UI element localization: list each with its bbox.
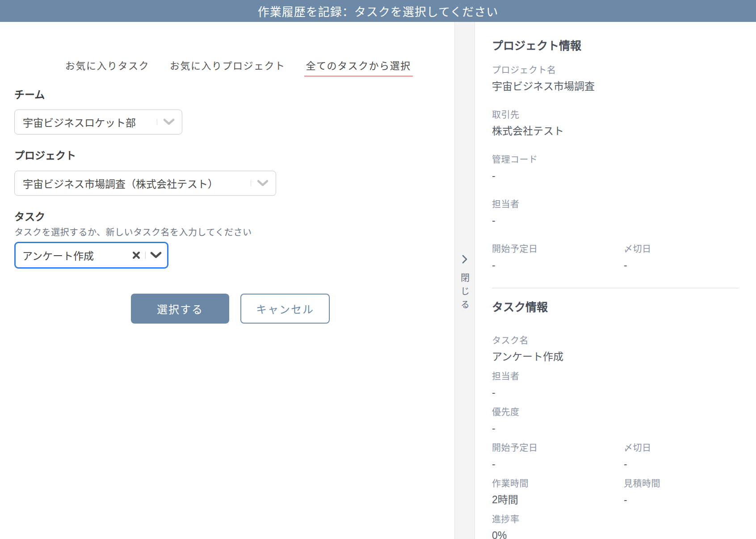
project-info-heading: プロジェクト情報 [492,38,739,53]
field-task-deadline: 〆切日 - [624,442,739,471]
panel-divider [492,288,739,288]
project-select[interactable]: 宇宙ビジネス市場調査（株式会社テスト） [14,171,276,196]
tab-favorite-projects[interactable]: お気に入りプロジェクト [168,58,287,77]
field-value: - [492,258,624,272]
field-estimated-time: 見積時間 - [624,478,739,506]
chevron-down-icon [257,180,269,187]
task-select-form: お気に入りタスク お気に入りプロジェクト 全てのタスクから選択 チーム 宇宙ビジ… [0,22,454,539]
task-helper-text: タスクを選択するか、新しいタスク名を入力してください [14,225,252,238]
task-combobox[interactable] [14,242,168,269]
chevron-down-icon[interactable] [150,252,162,259]
field-label: プロジェクト名 [492,64,739,76]
field-label: 管理コード [492,154,739,165]
field-value: - [492,386,739,399]
chevron-right-icon [462,254,468,264]
collapse-label: 閉じる [458,273,471,313]
field-value: 2時間 [492,493,624,506]
panel-collapse-control[interactable]: 閉じる [455,254,475,313]
tab-bar: お気に入りタスク お気に入りプロジェクト 全てのタスクから選択 [63,58,413,77]
panel-collapse-bar[interactable]: 閉じる [454,22,475,539]
clear-icon[interactable] [132,251,141,260]
field-project-assignee: 担当者 - [492,198,739,227]
field-task-assignee: 担当者 - [492,371,739,399]
tab-all-tasks[interactable]: 全てのタスクから選択 [304,58,413,77]
field-value: - [492,169,739,182]
field-value: - [624,457,739,471]
field-label: 開始予定日 [492,442,624,454]
field-project-name: プロジェクト名 宇宙ビジネス市場調査 [492,64,739,93]
dialog-header: 作業履歴を記録：タスクを選択してください [0,0,756,22]
field-value: アンケート作成 [492,350,739,363]
field-label: 見積時間 [624,478,739,489]
field-value: - [492,457,624,471]
field-label: 作業時間 [492,478,624,489]
field-label: 進捗率 [492,514,739,525]
field-progress: 進捗率 0% [492,514,739,539]
field-label: 担当者 [492,198,739,210]
task-input[interactable] [22,249,132,261]
field-value: - [492,421,739,435]
field-value: - [624,258,739,272]
task-dates-row: 開始予定日 - 〆切日 - [492,442,739,471]
select-divider [251,180,251,186]
task-time-row: 作業時間 2時間 見積時間 - [492,478,739,506]
field-admin-code: 管理コード - [492,154,739,182]
chevron-down-icon [163,118,175,126]
field-value: 0% [492,529,739,539]
field-task-start-date: 開始予定日 - [492,442,624,471]
field-project-start-date: 開始予定日 - [492,243,624,272]
team-select[interactable]: 宇宙ビジネスロケット部 [14,109,182,135]
field-label: 取引先 [492,109,739,121]
field-label: 〆切日 [624,442,739,454]
field-value: - [624,493,739,506]
field-label: 〆切日 [624,243,739,255]
field-task-name: タスク名 アンケート作成 [492,335,739,363]
field-value: 宇宙ビジネス市場調査 [492,80,739,93]
field-label: 開始予定日 [492,243,624,255]
tab-favorite-tasks[interactable]: お気に入りタスク [63,58,151,77]
team-label: チーム [14,86,45,101]
field-task-priority: 優先度 - [492,406,739,435]
project-label: プロジェクト [14,147,76,162]
project-select-value: 宇宙ビジネス市場調査（株式会社テスト） [23,176,248,191]
field-work-time: 作業時間 2時間 [492,478,624,506]
field-value: 株式会社テスト [492,124,739,138]
select-button[interactable]: 選択する [131,294,229,324]
task-select-dialog: 作業履歴を記録：タスクを選択してください お気に入りタスク お気に入りプロジェク… [0,0,756,539]
cancel-button[interactable]: キャンセル [240,294,330,324]
task-info-heading: タスク情報 [492,300,739,314]
task-label: タスク [14,208,45,223]
field-project-deadline: 〆切日 - [624,243,739,272]
project-dates-row: 開始予定日 - 〆切日 - [492,243,739,272]
dialog-title: 作業履歴を記録：タスクを選択してください [258,3,498,19]
combobox-divider [145,252,146,259]
select-divider [157,119,157,125]
info-panel: プロジェクト情報 プロジェクト名 宇宙ビジネス市場調査 取引先 株式会社テスト … [475,22,756,539]
team-select-value: 宇宙ビジネスロケット部 [23,114,154,130]
field-label: タスク名 [492,335,739,346]
field-label: 担当者 [492,371,739,382]
field-client: 取引先 株式会社テスト [492,109,739,138]
field-value: - [492,214,739,227]
field-label: 優先度 [492,406,739,418]
